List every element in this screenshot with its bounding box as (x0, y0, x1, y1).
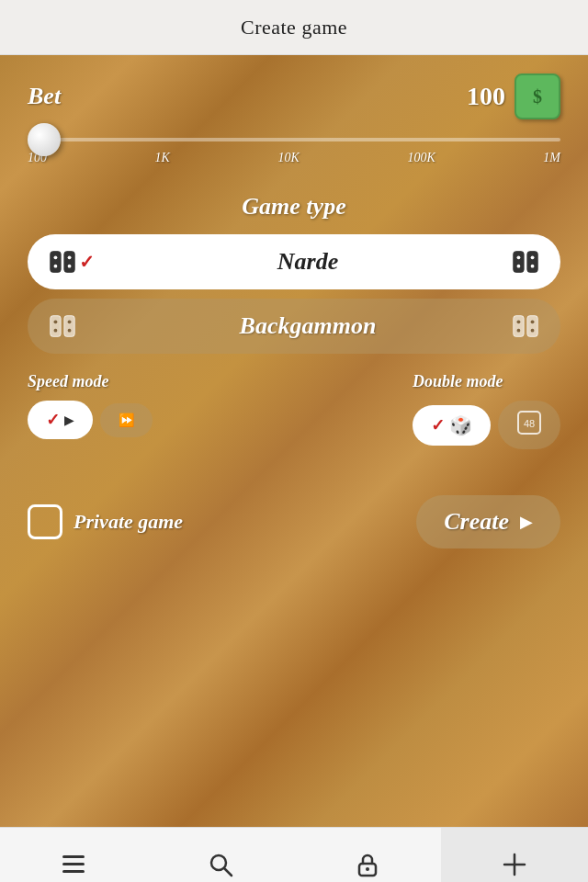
fast-forward-icon: ⏩ (119, 413, 134, 428)
svg-rect-7 (527, 252, 537, 273)
play-icon: ▶ (64, 413, 74, 428)
bet-right: 100 (467, 74, 560, 119)
svg-rect-27 (62, 863, 85, 865)
private-game-label: Private game (74, 510, 183, 534)
backgammon-icon-left (46, 310, 79, 343)
svg-point-17 (68, 329, 72, 333)
bottom-nav: Profile Open Private Cr (0, 827, 588, 882)
slider-label-10k: 10K (277, 151, 299, 165)
header: Create game (0, 0, 588, 55)
nav-item-open[interactable]: Open (147, 828, 294, 882)
narde-icon-right (509, 245, 542, 278)
svg-rect-0 (51, 252, 61, 273)
create-button-label: Create (444, 508, 509, 536)
search-icon (207, 851, 234, 882)
dice-48-icon: 48 (516, 410, 542, 440)
speed-mode-buttons: ✓ ▶ ⏩ (28, 401, 153, 439)
backgammon-icon-right (509, 310, 542, 343)
create-button-arrow: ▶ (520, 512, 533, 532)
svg-rect-1 (64, 252, 74, 273)
game-option-backgammon[interactable]: ✓ Backgammon (28, 299, 560, 354)
modes-row: Speed mode ✓ ▶ ⏩ Double mode ✓ 🎲 (28, 372, 560, 449)
double-mode-label: Double mode (413, 372, 503, 391)
speed-fast-button[interactable]: ⏩ (100, 403, 153, 437)
svg-rect-6 (514, 252, 524, 273)
double-single-button[interactable]: ✓ 🎲 (413, 405, 491, 446)
svg-point-10 (531, 255, 535, 259)
bottom-action-row: Private game Create ▶ (28, 495, 560, 548)
plus-icon (501, 851, 528, 882)
narde-icon-left (46, 245, 79, 278)
double-mode-group: Double mode ✓ 🎲 48 (413, 372, 560, 449)
svg-point-20 (517, 320, 521, 323)
speed-normal-button[interactable]: ✓ ▶ (28, 401, 93, 439)
game-type-section: Game type ✓ Narde (28, 193, 560, 354)
svg-line-30 (224, 868, 232, 876)
svg-point-32 (366, 867, 369, 871)
lock-icon (354, 851, 381, 882)
svg-point-21 (517, 329, 521, 333)
cube-icon: 🎲 (449, 414, 472, 436)
svg-point-16 (68, 320, 72, 323)
double-mode-buttons: ✓ 🎲 48 (413, 401, 560, 449)
svg-point-22 (531, 320, 535, 323)
svg-point-14 (54, 320, 58, 323)
svg-rect-28 (62, 870, 85, 873)
bet-section: Bet 100 (28, 74, 560, 119)
slider-labels: 100 1K 10K 100K 1M (28, 151, 560, 165)
slider-label-100k: 100K (407, 151, 435, 165)
bet-label: Bet (28, 83, 61, 110)
svg-point-8 (517, 255, 521, 259)
svg-rect-12 (51, 316, 61, 337)
narde-label: Narde (107, 248, 509, 276)
svg-rect-13 (64, 316, 74, 337)
private-game-checkbox[interactable] (28, 504, 62, 539)
slider-label-1m: 1M (543, 151, 560, 165)
nav-item-private[interactable]: Private (294, 828, 441, 882)
game-option-narde[interactable]: ✓ Narde (28, 234, 560, 289)
game-type-title: Game type (28, 193, 560, 220)
svg-text:48: 48 (524, 418, 535, 429)
slider-track (28, 138, 560, 141)
main-content: Bet 100 100 1K 10K 100K 1M Game type (0, 55, 588, 827)
speed-mode-label: Speed mode (28, 372, 108, 391)
svg-point-23 (531, 329, 535, 333)
svg-rect-26 (62, 855, 85, 858)
money-icon (514, 74, 560, 119)
bet-value: 100 (467, 82, 505, 111)
speed-mode-group: Speed mode ✓ ▶ ⏩ (28, 372, 153, 449)
svg-point-9 (517, 265, 521, 268)
profile-icon (60, 851, 87, 882)
nav-item-profile[interactable]: Profile (0, 828, 147, 882)
svg-point-5 (68, 265, 72, 268)
backgammon-label: Backgammon (107, 312, 509, 340)
nav-item-create-game[interactable]: Create game (441, 828, 588, 882)
svg-point-2 (54, 255, 58, 259)
private-game-toggle[interactable]: Private game (28, 504, 183, 539)
svg-rect-19 (527, 316, 537, 337)
svg-point-11 (531, 265, 535, 268)
svg-point-3 (54, 265, 58, 268)
bet-slider[interactable]: 100 1K 10K 100K 1M (28, 138, 560, 165)
svg-rect-18 (514, 316, 524, 337)
slider-thumb[interactable] (28, 123, 61, 156)
double-dice-button[interactable]: 48 (498, 401, 560, 449)
narde-check: ✓ (79, 251, 107, 273)
svg-point-4 (68, 255, 72, 259)
double-single-check: ✓ (431, 415, 445, 435)
svg-point-15 (54, 329, 58, 333)
speed-normal-check: ✓ (46, 410, 60, 430)
slider-label-1k: 1K (155, 151, 170, 165)
create-button[interactable]: Create ▶ (416, 495, 560, 548)
page-title: Create game (241, 16, 347, 40)
